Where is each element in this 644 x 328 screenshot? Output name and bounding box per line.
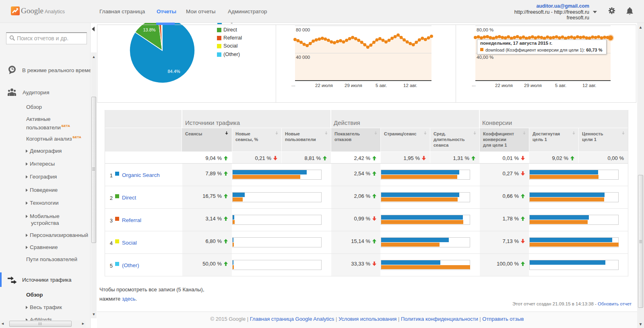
svg-text:84.4%: 84.4% (167, 69, 180, 74)
svg-text:13.8%: 13.8% (143, 27, 155, 32)
